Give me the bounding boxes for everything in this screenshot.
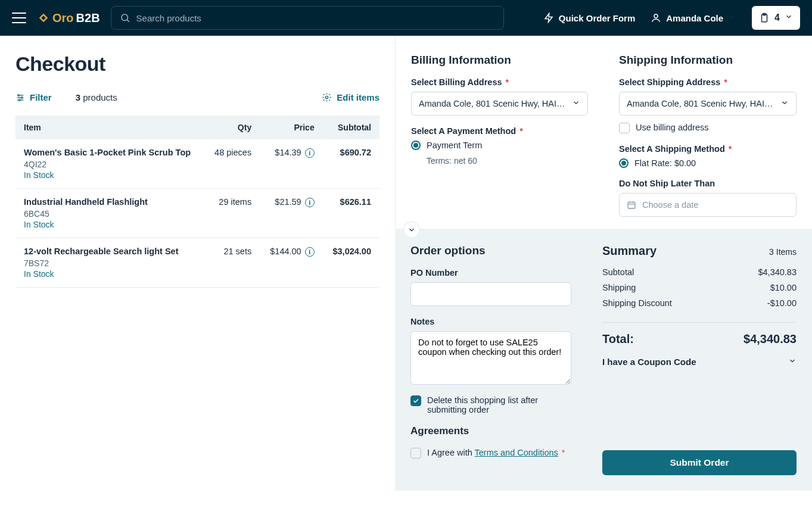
- info-icon[interactable]: i: [305, 148, 315, 158]
- logo[interactable]: OroB2B: [37, 11, 100, 25]
- shipping-block: Shipping Information Select Shipping Add…: [603, 36, 812, 229]
- shipping-method-radio[interactable]: Flat Rate: $0.00: [619, 158, 797, 168]
- item-price: $21.59: [275, 197, 301, 207]
- quick-order-label: Quick Order Form: [559, 13, 635, 23]
- summary-title: Summary: [602, 244, 657, 258]
- po-number-label: PO Number: [410, 268, 571, 278]
- topbar-right: Quick Order Form Amanda Cole 4: [543, 6, 800, 30]
- order-options: Order options PO Number Notes Delete thi…: [395, 229, 587, 491]
- item-name: 12-volt Rechargeable Search light Set: [24, 247, 196, 256]
- checkout-left: Checkout Filter 3 products Edit items It…: [0, 36, 395, 491]
- payment-option-label: Payment Term: [427, 141, 482, 150]
- payment-term-radio[interactable]: Payment Term: [411, 141, 588, 150]
- col-qty: Qty: [204, 116, 260, 139]
- chevron-down-icon: [572, 99, 580, 109]
- item-sku: 6BC45: [24, 209, 196, 219]
- lower-right: Order options PO Number Notes Delete thi…: [395, 229, 812, 491]
- edit-items-button[interactable]: Edit items: [322, 92, 379, 102]
- use-billing-label: Use billing address: [636, 123, 709, 132]
- cart-button[interactable]: 4: [752, 6, 800, 30]
- shipping-address-select[interactable]: Amanda Cole, 801 Scenic Hwy, HAINE...: [619, 92, 797, 116]
- checkout-right: Billing Information Select Billing Addre…: [395, 36, 812, 491]
- divider: [602, 322, 797, 323]
- use-billing-checkbox[interactable]: Use billing address: [619, 123, 797, 133]
- payment-terms-detail: Terms: net 60: [427, 156, 588, 166]
- shipping-address-value: Amanda Cole, 801 Scenic Hwy, HAINE...: [627, 99, 774, 108]
- col-price: Price: [260, 116, 323, 139]
- lightning-icon: [543, 13, 554, 23]
- calendar-icon: [627, 200, 636, 210]
- search-box[interactable]: [111, 6, 504, 30]
- delete-list-checkbox[interactable]: Delete this shopping list after submitti…: [410, 395, 571, 414]
- chevron-down-icon: [728, 13, 736, 23]
- product-count-num: 3: [76, 92, 80, 102]
- radio-checked-icon: [411, 141, 421, 150]
- product-count-label: products: [80, 92, 117, 102]
- shipping-address-label: Select Shipping Address *: [619, 77, 797, 87]
- po-number-input[interactable]: [410, 282, 571, 306]
- user-menu[interactable]: Amanda Cole: [651, 13, 736, 23]
- info-icon[interactable]: i: [305, 198, 315, 207]
- item-name: Women's Basic 1-Pocket Pink Scrub Top: [24, 148, 196, 157]
- summary: Summary 3 Items Subtotal$4,340.83Shippin…: [587, 229, 812, 491]
- checkbox-unchecked-icon: [619, 123, 630, 133]
- summary-row: Shipping Discount-$10.00: [602, 298, 797, 308]
- coupon-toggle[interactable]: I have a Coupon Code: [602, 357, 797, 367]
- logo-icon: [37, 11, 50, 24]
- product-count: 3 products: [76, 92, 117, 102]
- summary-row-value: $10.00: [770, 283, 797, 292]
- agreements-title: Agreements: [410, 425, 571, 437]
- edit-items-label: Edit items: [337, 92, 379, 102]
- payment-method-label: Select A Payment Method *: [411, 126, 588, 136]
- summary-row-label: Shipping Discount: [602, 298, 672, 308]
- agree-text: I Agree with Terms and Conditions *: [427, 448, 565, 457]
- filter-label: Filter: [30, 92, 52, 102]
- search-wrap: [111, 6, 504, 30]
- terms-link[interactable]: Terms and Conditions: [475, 448, 558, 457]
- ship-date-input[interactable]: Choose a date: [619, 193, 797, 217]
- search-input[interactable]: [136, 13, 495, 23]
- info-icon[interactable]: i: [305, 247, 315, 257]
- chevron-down-icon: [407, 226, 416, 234]
- items-table: Item Qty Price Subtotal Women's Basic 1-…: [15, 116, 379, 288]
- search-icon: [120, 13, 130, 23]
- svg-point-2: [654, 14, 658, 18]
- hamburger-menu-icon[interactable]: [12, 13, 26, 23]
- notes-textarea[interactable]: [410, 331, 571, 385]
- col-item: Item: [15, 116, 204, 139]
- summary-row-value: -$10.00: [767, 298, 797, 308]
- filter-icon: [15, 93, 25, 102]
- agree-terms-checkbox[interactable]: I Agree with Terms and Conditions *: [410, 448, 571, 459]
- page-title: Checkout: [15, 52, 379, 76]
- svg-line-1: [127, 20, 129, 21]
- table-row: Women's Basic 1-Pocket Pink Scrub Top4QI…: [15, 139, 379, 189]
- radio-checked-icon: [619, 158, 629, 168]
- billing-address-select[interactable]: Amanda Cole, 801 Scenic Hwy, HAINES...: [411, 92, 588, 116]
- shipping-method-label: Select A Shipping Method *: [619, 144, 797, 154]
- gear-icon: [322, 92, 332, 102]
- filter-button[interactable]: Filter: [15, 92, 52, 102]
- shipping-method-option: Flat Rate: $0.00: [634, 158, 696, 168]
- ship-date-label: Do Not Ship Later Than: [619, 179, 797, 188]
- checkbox-checked-icon: [410, 395, 421, 406]
- collapse-handle[interactable]: [403, 222, 420, 238]
- table-row: 12-volt Rechargeable Search light Set7BS…: [15, 238, 379, 288]
- items-toolbar: Filter 3 products Edit items: [15, 92, 379, 102]
- summary-items-count: 3 Items: [769, 247, 797, 257]
- table-row: Industrial Handheld Flashlight6BC45In St…: [15, 189, 379, 238]
- checkbox-unchecked-icon: [410, 448, 421, 459]
- svg-point-10: [18, 99, 20, 101]
- item-subtotal: $3,024.00: [323, 238, 379, 288]
- col-subtotal: Subtotal: [323, 116, 379, 139]
- chevron-down-icon: [780, 99, 789, 109]
- svg-rect-12: [628, 202, 635, 208]
- quick-order-link[interactable]: Quick Order Form: [543, 13, 635, 23]
- item-subtotal: $690.72: [323, 139, 379, 189]
- item-subtotal: $626.11: [323, 189, 379, 238]
- item-stock: In Stock: [24, 269, 196, 279]
- item-price: $14.39: [275, 148, 301, 157]
- item-sku: 4QI22: [24, 160, 196, 169]
- submit-order-button[interactable]: Submit Order: [602, 450, 797, 475]
- total-value: $4,340.83: [743, 332, 797, 346]
- summary-row: Subtotal$4,340.83: [602, 267, 797, 277]
